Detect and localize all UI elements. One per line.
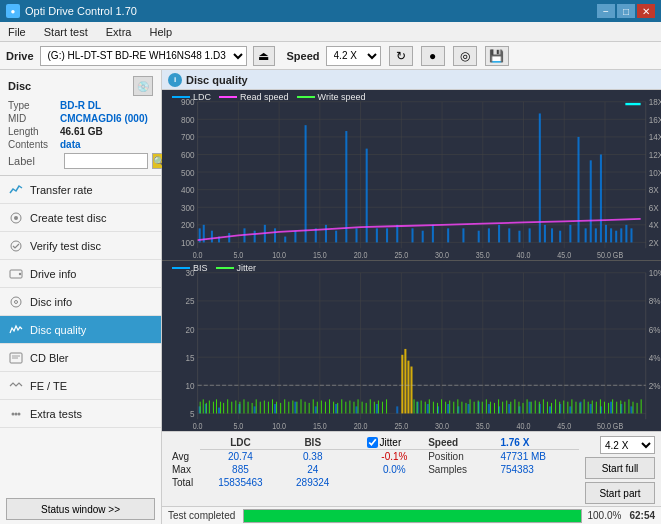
eject-button[interactable]: ⏏ (253, 46, 275, 66)
svg-rect-245 (433, 402, 434, 414)
speed-select[interactable]: 4.2 X (326, 46, 381, 66)
svg-rect-103 (590, 160, 592, 242)
svg-rect-257 (482, 402, 483, 414)
svg-rect-263 (506, 401, 507, 414)
svg-rect-84 (396, 225, 398, 243)
svg-rect-292 (624, 402, 625, 414)
svg-rect-79 (345, 131, 347, 242)
svg-rect-197 (231, 402, 232, 414)
svg-rect-221 (329, 399, 330, 413)
chart-top-legend: LDC Read speed Write speed (172, 92, 365, 102)
svg-rect-215 (305, 402, 306, 414)
minimize-button[interactable]: − (597, 4, 615, 18)
sidebar-item-cd-bler[interactable]: CD Bler (0, 344, 161, 372)
svg-rect-243 (425, 402, 426, 414)
svg-text:16X: 16X (649, 114, 661, 125)
sidebar-item-create-test-disc[interactable]: Create test disc (0, 204, 161, 232)
stats-total-row: Total 15835463 289324 (168, 476, 579, 489)
menu-file[interactable]: File (4, 25, 30, 39)
sidebar-item-drive-info[interactable]: Drive info (0, 260, 161, 288)
svg-rect-277 (563, 401, 564, 414)
svg-rect-187 (630, 406, 632, 413)
svg-rect-273 (547, 402, 548, 414)
drive-select[interactable]: (G:) HL-DT-ST BD-RE WH16NS48 1.D3 (40, 46, 247, 66)
progress-percent: 100.0% (588, 510, 622, 521)
svg-rect-260 (494, 403, 495, 414)
save-button[interactable]: 💾 (485, 46, 509, 66)
stats-max-row: Max 885 24 0.0% Samples 754383 (168, 463, 579, 476)
svg-rect-90 (478, 231, 480, 243)
svg-rect-70 (254, 231, 256, 243)
close-button[interactable]: ✕ (637, 4, 655, 18)
start-part-button[interactable]: Start part (585, 482, 655, 504)
burn-button[interactable]: ● (421, 46, 445, 66)
svg-text:18X: 18X (649, 97, 661, 108)
col-bis: BIS (281, 436, 345, 450)
svg-rect-293 (628, 399, 629, 413)
disc-label-input[interactable] (64, 153, 148, 169)
svg-text:12X: 12X (649, 149, 661, 160)
svg-rect-94 (518, 231, 520, 243)
total-ldc: 15835463 (200, 476, 281, 489)
sidebar-item-transfer-rate[interactable]: Transfer rate (0, 176, 161, 204)
svg-rect-266 (518, 402, 519, 414)
svg-text:6%: 6% (649, 324, 661, 335)
svg-text:5: 5 (190, 408, 195, 419)
sidebar-item-fe-te[interactable]: FE / TE (0, 372, 161, 400)
svg-rect-158 (254, 406, 256, 413)
start-full-button[interactable]: Start full (585, 457, 655, 479)
sidebar-item-disc-info[interactable]: Disc info (0, 288, 161, 316)
menu-start-test[interactable]: Start test (40, 25, 92, 39)
jitter-checkbox[interactable] (367, 437, 378, 448)
svg-rect-238 (407, 361, 409, 414)
svg-rect-213 (296, 402, 297, 414)
status-window-button[interactable]: Status window >> (6, 498, 155, 520)
disc-quality-header-icon: i (168, 73, 182, 87)
maximize-button[interactable]: □ (617, 4, 635, 18)
disc-quality-title: Disc quality (186, 74, 248, 86)
refresh-button[interactable]: ↻ (389, 46, 413, 66)
disc-info-icon (8, 294, 24, 310)
app-title: Opti Drive Control 1.70 (25, 5, 137, 17)
svg-rect-81 (366, 149, 368, 243)
svg-rect-185 (610, 402, 612, 414)
drive-info-icon (8, 266, 24, 282)
start-section: 4.2 X Start full Start part (585, 436, 655, 504)
svg-rect-107 (610, 228, 612, 242)
total-label: Total (168, 476, 200, 489)
svg-rect-208 (276, 402, 277, 414)
svg-text:50.0 GB: 50.0 GB (597, 250, 623, 260)
svg-text:4%: 4% (649, 352, 661, 363)
svg-rect-109 (620, 228, 622, 242)
svg-rect-242 (421, 401, 422, 414)
svg-rect-253 (465, 403, 466, 414)
menu-help[interactable]: Help (145, 25, 176, 39)
svg-rect-216 (309, 403, 310, 414)
svg-rect-280 (575, 402, 576, 414)
disc-label-key: Label (8, 155, 60, 167)
disc-label-row: Label 🔍 (8, 153, 153, 169)
sidebar-item-disc-quality[interactable]: Disc quality (0, 316, 161, 344)
svg-text:200: 200 (181, 220, 195, 231)
disc-image-icon[interactable]: 💿 (133, 76, 153, 96)
progress-bar-container (243, 509, 581, 523)
svg-rect-248 (445, 402, 446, 414)
menu-extra[interactable]: Extra (102, 25, 136, 39)
start-speed-select[interactable]: 4.2 X (600, 436, 655, 454)
svg-rect-202 (252, 403, 253, 414)
svg-rect-177 (529, 402, 531, 414)
sidebar-item-verify-test-disc[interactable]: Verify test disc (0, 232, 161, 260)
svg-rect-235 (386, 399, 387, 413)
avg-label: Avg (168, 450, 200, 464)
svg-rect-200 (243, 399, 244, 413)
svg-rect-83 (386, 228, 388, 242)
svg-text:14X: 14X (649, 132, 661, 143)
svg-rect-188 (200, 402, 201, 414)
sidebar-item-extra-tests[interactable]: Extra tests (0, 400, 161, 428)
svg-text:15.0: 15.0 (313, 421, 327, 431)
bottom-status-bar: Test completed 100.0% 62:54 (162, 506, 661, 524)
svg-rect-181 (569, 406, 571, 413)
svg-text:500: 500 (181, 167, 195, 178)
status-time: 62:54 (629, 510, 655, 521)
read-button[interactable]: ◎ (453, 46, 477, 66)
